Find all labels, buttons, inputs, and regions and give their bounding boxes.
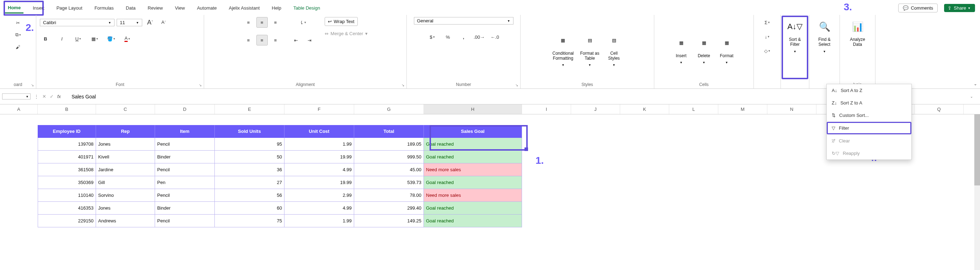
table-row[interactable]: 110140SorvinoPencil562.9978.00Need more …	[0, 189, 980, 202]
percent-format-button[interactable]: %	[442, 32, 454, 42]
selection-handle[interactable]	[525, 148, 528, 151]
cell-total[interactable]: 149.25	[354, 214, 424, 227]
bold-button[interactable]: B	[40, 33, 51, 44]
font-size-select[interactable]: 11▾	[117, 19, 142, 26]
cell-sold-units[interactable]: 36	[215, 164, 285, 176]
increase-font-button[interactable]: A↑	[144, 17, 156, 28]
increase-indent-button[interactable]: ⇥	[304, 35, 315, 46]
cell-unit-cost[interactable]: 1.99	[285, 214, 354, 227]
format-painter-button[interactable]: 🖌	[13, 41, 24, 52]
decrease-decimal-button[interactable]: ←.0	[489, 32, 501, 42]
cell-rep[interactable]: Kivell	[96, 151, 155, 164]
table-header-rep[interactable]: Rep	[96, 125, 155, 138]
col-header-H[interactable]: H	[424, 105, 522, 114]
cell-unit-cost[interactable]: 2.99	[285, 189, 354, 202]
col-header-M[interactable]: M	[718, 105, 767, 114]
number-format-select[interactable]: General▾	[414, 17, 514, 24]
increase-decimal-button[interactable]: .00→	[474, 32, 485, 42]
cell-sales-goal[interactable]: Need more sales	[424, 164, 522, 176]
menu-filter[interactable]: ▽Filter	[827, 122, 912, 134]
cell-rep[interactable]: Andrews	[96, 214, 155, 227]
align-bottom-button[interactable]: ≡	[270, 17, 281, 28]
collapse-ribbon-button[interactable]: ⌄	[974, 81, 977, 86]
cell-sold-units[interactable]: 95	[215, 138, 285, 151]
col-header-L[interactable]: L	[669, 105, 718, 114]
sort-filter-button[interactable]: A↓▽Sort & Filter▾	[785, 17, 805, 55]
fill-color-button[interactable]: 🪣▾	[105, 33, 117, 44]
italic-button[interactable]: I	[56, 33, 68, 44]
cut-button[interactable]: ✂	[13, 17, 24, 29]
col-header-Q[interactable]: Q	[915, 105, 964, 114]
cell-rep[interactable]: Jones	[96, 138, 155, 151]
table-header-item[interactable]: Item	[155, 125, 215, 138]
font-name-select[interactable]: Calibri▾	[40, 19, 115, 26]
cell-item[interactable]: Pencil	[155, 189, 215, 202]
cell-sold-units[interactable]: 50	[215, 151, 285, 164]
menu-custom-sort[interactable]: ⇅Custom Sort...	[827, 109, 912, 122]
share-button[interactable]: ⇪ Share ▾	[944, 4, 975, 12]
dialog-launcher-icon[interactable]: ↘	[31, 83, 34, 87]
cell-employee-id[interactable]: 110140	[38, 189, 96, 202]
col-header-A[interactable]: A	[0, 105, 38, 114]
decrease-indent-button[interactable]: ⇤	[291, 35, 302, 46]
cell-employee-id[interactable]: 416353	[38, 202, 96, 214]
cell-employee-id[interactable]: 401971	[38, 151, 96, 164]
cell-item[interactable]: Pen	[155, 176, 215, 189]
comma-format-button[interactable]: ,	[458, 32, 469, 42]
cell-unit-cost[interactable]: 4.99	[285, 164, 354, 176]
cell-rep[interactable]: Gill	[96, 176, 155, 189]
col-header-B[interactable]: B	[38, 105, 96, 114]
cell-sold-units[interactable]: 56	[215, 189, 285, 202]
menu-sort-za[interactable]: Z↓Sort Z to A	[827, 97, 912, 109]
font-color-button[interactable]: A▾	[122, 33, 133, 44]
align-left-button[interactable]: ≡	[243, 35, 254, 46]
fx-icon[interactable]: fx	[57, 94, 61, 99]
dialog-launcher-icon[interactable]: ↘	[401, 83, 404, 87]
tab-page-layout[interactable]: Page Layout	[54, 3, 85, 13]
tab-table-design[interactable]: Table Design	[291, 3, 323, 13]
tab-view[interactable]: View	[172, 3, 188, 13]
cell-unit-cost[interactable]: 1.99	[285, 138, 354, 151]
col-header-D[interactable]: D	[155, 105, 215, 114]
align-right-button[interactable]: ≡	[270, 35, 281, 46]
vertical-scrollbar-thumb[interactable]	[974, 114, 980, 186]
cell-sold-units[interactable]: 75	[215, 214, 285, 227]
col-header-J[interactable]: J	[571, 105, 620, 114]
cell-sales-goal[interactable]: Goal reached	[424, 151, 522, 164]
tab-help[interactable]: Help	[269, 3, 284, 13]
cell-item[interactable]: Pencil	[155, 138, 215, 151]
format-as-table-button[interactable]: ▤Format as Table▾	[578, 31, 601, 68]
cell-employee-id[interactable]: 139708	[38, 138, 96, 151]
cell-unit-cost[interactable]: 19.99	[285, 151, 354, 164]
align-middle-button[interactable]: ≡	[256, 17, 268, 28]
table-row[interactable]: 361508JardinePencil364.9945.00Need more …	[0, 164, 980, 176]
copy-button[interactable]: ⧉▾	[13, 29, 24, 40]
cell-total[interactable]: 78.00	[354, 189, 424, 202]
tab-automate[interactable]: Automate	[194, 3, 220, 13]
table-header-unit-cost[interactable]: Unit Cost	[285, 125, 354, 138]
cell-item[interactable]: Binder	[155, 202, 215, 214]
cell-unit-cost[interactable]: 4.99	[285, 202, 354, 214]
cell-rep[interactable]: Jardine	[96, 164, 155, 176]
col-header-I[interactable]: I	[522, 105, 571, 114]
orientation-button[interactable]: ⤹▾	[297, 17, 309, 28]
col-header-G[interactable]: G	[354, 105, 424, 114]
cell-item[interactable]: Pencil	[155, 164, 215, 176]
tab-insert[interactable]: Insert	[30, 3, 47, 13]
merge-center-button[interactable]: ⇔Merge & Center▾	[325, 31, 368, 36]
cell-employee-id[interactable]: 229150	[38, 214, 96, 227]
table-header-total[interactable]: Total	[354, 125, 424, 138]
col-header-E[interactable]: E	[215, 105, 285, 114]
comments-button[interactable]: 💬 Comments	[898, 3, 938, 13]
dialog-launcher-icon[interactable]: ↘	[199, 83, 202, 87]
cell-unit-cost[interactable]: 19.99	[285, 176, 354, 189]
col-header-N[interactable]: N	[767, 105, 816, 114]
cell-sales-goal[interactable]: Goal reached	[424, 202, 522, 214]
delete-cells-button[interactable]: ▦Delete▾	[694, 33, 714, 66]
col-header-K[interactable]: K	[620, 105, 669, 114]
tab-home[interactable]: Home	[5, 3, 24, 14]
cancel-formula-icon[interactable]: ✕	[42, 94, 46, 99]
autosum-button[interactable]: Σ▾	[762, 17, 773, 28]
cell-total[interactable]: 299.40	[354, 202, 424, 214]
find-select-button[interactable]: 🔍Find & Select▾	[814, 17, 835, 55]
